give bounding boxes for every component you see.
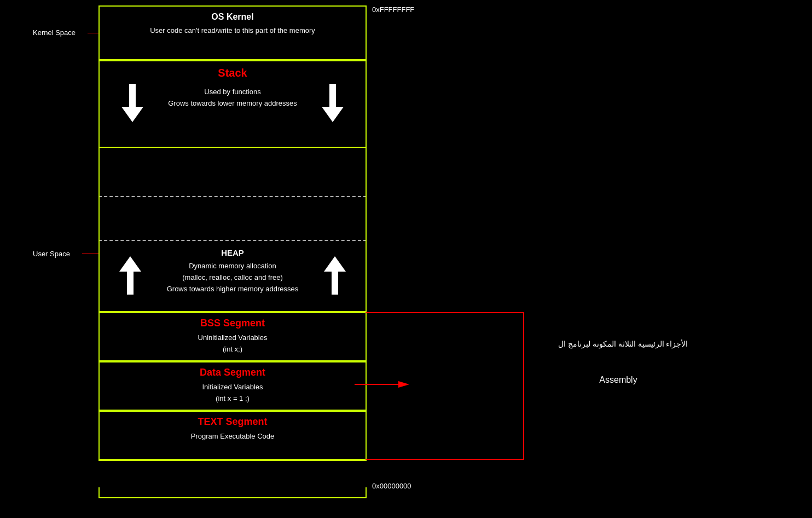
bss-title: BSS Segment [104,318,361,329]
address-top: 0xFFFFFFFF [372,5,414,14]
bss-desc-line2: (int x;) [104,344,361,355]
bottom-section [98,460,367,487]
os-kernel-description: User code can't read/write to this part … [105,26,360,34]
os-kernel-title: OS Kernel [105,12,360,22]
text-desc-line1: Program Executable Code [104,431,361,442]
data-segment-section: Data Segment Initialized Variables (int … [98,361,367,411]
kernel-space-label: Kernel Space [33,28,76,37]
os-kernel-section: OS Kernel User code can't read/write to … [98,5,367,60]
data-desc-line2: (int x = 1 ;) [104,393,361,405]
arabic-label: الأجزاء الرئيسية الثلاثة المكونة لبرنامج… [558,339,688,348]
data-desc-line1: Initialized Variables [104,382,361,393]
bss-segment-section: BSS Segment Uninitialized Variables (int… [98,312,367,361]
address-bottom: 0x00000000 [372,482,411,490]
svg-marker-9 [398,381,409,388]
text-title: TEXT Segment [104,416,361,428]
user-space-label: User Space [33,250,70,258]
text-segment-section: TEXT Segment Program Executable Code [98,411,367,460]
data-title: Data Segment [104,367,361,378]
user-line-connector [82,253,100,254]
kernel-line-connector [88,33,100,33]
assembly-label: Assembly [558,375,678,385]
bracket-arrow-right [355,379,409,390]
bss-desc-line1: Uninitialized Variables [104,332,361,344]
